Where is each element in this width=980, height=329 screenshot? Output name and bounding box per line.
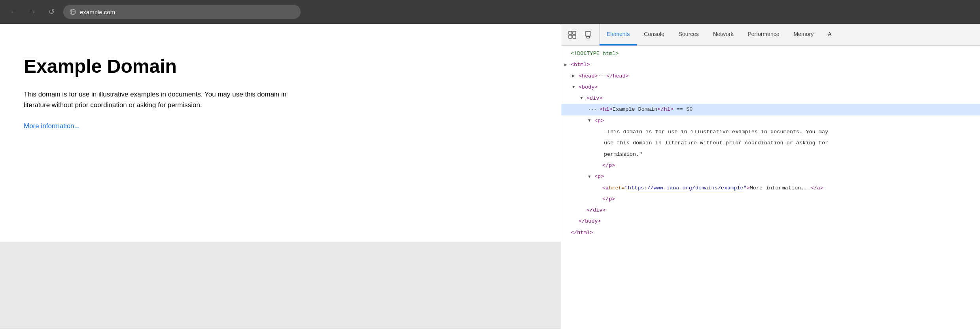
tab-memory[interactable]: Memory [787,24,821,45]
p-text-3: permission." [604,150,642,159]
div-open-tag: <div> [586,94,603,103]
h1-text: Example Domain [613,105,657,114]
a-text: More information... [750,183,811,193]
more-info-link[interactable]: More information... [24,122,537,130]
tree-line-text1: "This domain is for use in illustrative … [561,127,980,138]
head-open-tag: <head> [579,72,598,81]
p-text-2: use this domain in literature without pr… [604,138,828,148]
tree-line-div[interactable]: <div> [561,93,980,104]
tree-line-text3: permission." [561,149,980,160]
head-triangle[interactable]: ▶ [572,72,577,80]
a-attr-name: href= [609,183,625,193]
devtools-panel: Elements Console Sources Network Perform… [561,24,980,329]
body-open-tag: <body> [579,83,598,92]
div-close-tag: </div> [586,206,606,215]
tree-line-anchor[interactable]: <a href="https://www.iana.org/domains/ex… [561,183,980,194]
a-attr-value: "https://www.iana.org/domains/example" [625,183,747,193]
tree-line-html-close[interactable]: </html> [561,227,980,238]
p-text-1: "This domain is for use in illustrative … [604,127,828,137]
h1-open-tag: <h1> [600,105,612,114]
html-tree: <!DOCTYPE html> ▶ <html> ▶ <head> ··· </… [561,46,980,241]
page-description: This domain is for use in illustrative e… [24,89,301,110]
a-tag-name: a [605,183,609,193]
device-toolbar-button[interactable] [581,28,595,42]
refresh-button[interactable]: ↺ [44,5,59,19]
tree-line-html[interactable]: ▶ <html> [561,59,980,70]
tree-line-text2: use this domain in literature without pr… [561,138,980,149]
dollar-zero: == $0 [674,105,693,114]
main-area: Example Domain This domain is for use in… [0,24,980,329]
doctype-text: <!DOCTYPE html> [571,49,619,59]
body-close-tag: </body> [579,217,601,226]
svg-rect-5 [573,31,576,34]
svg-rect-6 [573,35,576,38]
tab-console[interactable]: Console [637,24,671,45]
tree-line-body-close[interactable]: </body> [561,216,980,227]
devtools-toolbar: Elements Console Sources Network Perform… [561,24,980,46]
svg-rect-3 [569,31,572,34]
svg-rect-7 [585,32,591,36]
tree-line-doctype[interactable]: <!DOCTYPE html> [561,48,980,59]
browser-chrome: ← → ↺ example.com [0,0,980,24]
tree-line-div-close[interactable]: </div> [561,205,980,216]
head-close-tag: </head> [606,72,629,81]
tree-line-p2-close[interactable]: </p> [561,194,980,205]
html-triangle[interactable]: ▶ [564,61,569,69]
devtools-icon-group [561,24,600,45]
tree-line-head[interactable]: ▶ <head> ··· </head> [561,71,980,82]
tree-line-p1-close[interactable]: </p> [561,160,980,171]
inspect-element-button[interactable] [565,28,579,42]
head-ellipsis: ··· [598,72,607,81]
svg-rect-4 [569,35,572,38]
page-content: Example Domain This domain is for use in… [0,24,561,329]
back-button[interactable]: ← [6,5,21,19]
tab-elements[interactable]: Elements [600,24,637,45]
tree-line-p2[interactable]: <p> [561,171,980,182]
h1-close-tag: </h1> [657,105,674,114]
site-icon [69,8,77,16]
tree-line-p1[interactable]: <p> [561,115,980,127]
tab-performance[interactable]: Performance [740,24,786,45]
tab-application[interactable]: A [821,24,838,45]
tab-sources[interactable]: Sources [672,24,706,45]
p1-close-tag: </p> [602,161,615,170]
devtools-elements-panel: <!DOCTYPE html> ▶ <html> ▶ <head> ··· </… [561,46,980,329]
forward-button[interactable]: → [25,5,40,19]
tab-network[interactable]: Network [706,24,740,45]
page-title: Example Domain [24,55,537,77]
div-triangle[interactable] [580,95,585,102]
a-close-bracket: > [747,183,750,193]
a-open-bracket: < [602,183,605,193]
html-close-tag: </html> [571,228,593,238]
address-bar[interactable]: example.com [63,5,301,19]
a-close-tag: </a> [811,183,823,193]
p1-open-tag: <p> [594,116,604,126]
p1-triangle[interactable] [588,117,593,125]
tree-line-h1[interactable]: ··· <h1> Example Domain </h1> == $0 [561,104,980,115]
p2-close-tag: </p> [602,195,615,204]
tree-line-body[interactable]: <body> [561,82,980,93]
url-text: example.com [80,9,115,15]
body-triangle[interactable] [572,83,577,91]
h1-dots[interactable]: ··· [588,105,597,114]
p2-open-tag: <p> [594,172,604,182]
p2-triangle[interactable] [588,173,593,181]
page-bottom-gray [0,242,561,329]
html-open-tag: <html> [571,60,590,70]
devtools-tabs: Elements Console Sources Network Perform… [600,24,980,45]
